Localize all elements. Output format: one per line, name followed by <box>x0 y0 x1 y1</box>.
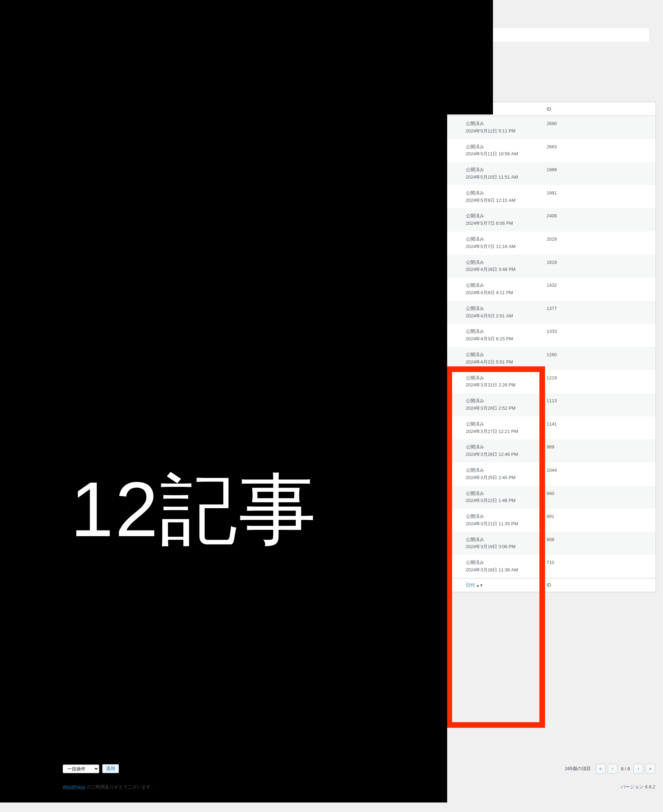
date-text: 2024年5月11日 10:56 AM <box>466 151 538 158</box>
footer-thanks-text: のご利用ありがとうございます。 <box>85 784 155 789</box>
cell-id: 989 <box>543 439 656 462</box>
id-footer-label: ID <box>547 582 551 588</box>
cell-id: 1044 <box>543 462 656 486</box>
status-label: 公開済み <box>466 536 538 544</box>
status-label: 公開済み <box>466 236 538 243</box>
pagination: 165個の項目 « ‹ 8 / 9 › » <box>565 764 655 774</box>
cell-date: 公開済み2024年3月19日 3:06 PM <box>462 532 543 555</box>
date-text: 2024年3月25日 2:45 PM <box>466 474 538 481</box>
redaction-mask-right <box>447 0 493 115</box>
apply-button[interactable]: 適用 <box>102 764 119 773</box>
status-label: 公開済み <box>466 351 538 359</box>
cell-id: 1432 <box>543 277 656 301</box>
status-label: 公開済み <box>466 467 538 474</box>
cell-date: 公開済み2024年5月12日 5:11 PM <box>462 116 543 139</box>
cell-date: 公開済み2024年3月28日 2:52 PM <box>462 393 543 417</box>
status-label: 公開済み <box>466 513 538 520</box>
footer-version: バージョン 6.6.2 <box>621 784 655 790</box>
page-next-button[interactable]: › <box>634 764 643 774</box>
cell-id: 940 <box>543 486 656 509</box>
date-text: 2024年5月7日 11:16 AM <box>466 243 538 250</box>
date-text: 2024年4月2日 5:51 PM <box>466 359 538 366</box>
status-label: 公開済み <box>466 328 538 335</box>
status-label: 公開済み <box>466 490 538 498</box>
status-label: 公開済み <box>466 374 538 382</box>
cell-id: 1981 <box>543 185 656 209</box>
cell-date: 公開済み2024年5月9日 12:15 AM <box>462 185 543 209</box>
cell-date: 公開済み2024年5月11日 10:56 AM <box>462 139 543 162</box>
cell-date: 公開済み2024年3月31日 2:28 PM <box>462 370 543 394</box>
col-footer-date[interactable]: 日付 ▲▼ <box>462 578 543 592</box>
cell-date: 公開済み2024年5月10日 11:51 AM <box>462 162 543 185</box>
overlay-count-label: 12記事 <box>70 458 318 562</box>
id-header-label: ID <box>547 106 551 112</box>
cell-id: 1988 <box>543 162 656 185</box>
status-label: 公開済み <box>466 212 538 220</box>
cell-id: 891 <box>543 509 656 532</box>
date-text: 2024年3月19日 3:06 PM <box>466 543 538 551</box>
cell-id: 1377 <box>543 301 656 324</box>
date-text: 2024年5月12日 5:11 PM <box>466 128 538 135</box>
cell-date: 公開済み2024年4月3日 8:15 PM <box>462 324 543 347</box>
cell-id: 808 <box>543 532 656 555</box>
cell-date: 公開済み2024年3月27日 12:21 PM <box>462 417 543 440</box>
sort-icon: ▲▼ <box>476 583 483 587</box>
page-prev-button[interactable]: ‹ <box>608 764 618 774</box>
date-text: 2024年3月26日 12:46 PM <box>466 451 538 458</box>
col-footer-id[interactable]: ID <box>543 578 656 592</box>
cell-id: 710 <box>543 555 656 578</box>
date-text: 2024年4月26日 3:48 PM <box>466 266 538 273</box>
status-label: 公開済み <box>466 421 538 428</box>
page-indicator: 8 / 9 <box>621 766 630 771</box>
status-label: 公開済み <box>466 559 538 566</box>
cell-id: 2406 <box>543 208 656 232</box>
date-text: 2024年5月10日 11:51 AM <box>466 174 538 181</box>
date-text: 2024年5月9日 12:15 AM <box>466 197 538 204</box>
date-text: 2024年5月7日 8:06 PM <box>466 220 538 227</box>
cell-date: 公開済み2024年3月18日 11:36 AM <box>462 555 543 578</box>
status-label: 公開済み <box>466 305 538 313</box>
bulk-select[interactable]: 一括操作 <box>63 765 99 773</box>
date-text: 2024年3月21日 11:35 PM <box>466 520 538 528</box>
cell-date: 公開済み2024年5月7日 8:06 PM <box>462 208 543 232</box>
date-text: 2024年3月28日 2:52 PM <box>466 405 538 412</box>
cell-date: 公開済み2024年3月22日 1:46 PM <box>462 486 543 509</box>
page-last-button[interactable]: » <box>645 764 655 774</box>
cell-id: 1280 <box>543 347 656 370</box>
cell-date: 公開済み2024年4月8日 4:11 PM <box>462 277 543 301</box>
cell-date: 公開済み2024年3月25日 2:45 PM <box>462 462 543 486</box>
cell-id: 1818 <box>543 255 656 278</box>
cell-id: 2663 <box>543 139 656 162</box>
status-label: 公開済み <box>466 397 538 405</box>
status-label: 公開済み <box>466 259 538 266</box>
date-text: 2024年4月5日 2:01 AM <box>466 313 538 320</box>
status-label: 公開済み <box>466 282 538 289</box>
cell-date: 公開済み2024年3月21日 11:35 PM <box>462 509 543 532</box>
col-header-id[interactable]: ID <box>543 102 656 116</box>
date-text: 2024年4月8日 4:11 PM <box>466 289 538 297</box>
footer-thanks: WordPress のご利用ありがとうございます。 <box>63 784 155 790</box>
cell-id: 1113 <box>543 393 656 417</box>
date-footer-label: 日付 <box>466 582 475 588</box>
date-text: 2024年3月22日 1:46 PM <box>466 497 538 504</box>
status-label: 公開済み <box>466 143 538 151</box>
cell-id: 1333 <box>543 324 656 347</box>
date-text: 2024年3月18日 11:36 AM <box>466 566 538 574</box>
cell-date: 公開済み2024年4月5日 2:01 AM <box>462 301 543 324</box>
cell-date: 公開済み2024年4月2日 5:51 PM <box>462 347 543 370</box>
status-label: 公開済み <box>466 166 538 174</box>
bulk-actions: 一括操作 適用 <box>63 764 119 773</box>
status-label: 公開済み <box>466 120 538 128</box>
cell-date: 公開済み2024年3月26日 12:46 PM <box>462 439 543 462</box>
redaction-mask-left <box>0 0 447 802</box>
page-first-button[interactable]: « <box>596 764 606 774</box>
date-text: 2024年3月31日 2:28 PM <box>466 381 538 389</box>
status-label: 公開済み <box>466 444 538 451</box>
item-count: 165個の項目 <box>565 765 591 772</box>
cell-date: 公開済み2024年4月26日 3:48 PM <box>462 255 543 278</box>
cell-id: 2029 <box>543 232 656 255</box>
wordpress-link[interactable]: WordPress <box>63 784 85 789</box>
date-text: 2024年3月27日 12:21 PM <box>466 428 538 435</box>
status-label: 公開済み <box>466 190 538 197</box>
cell-id: 1141 <box>543 417 656 440</box>
